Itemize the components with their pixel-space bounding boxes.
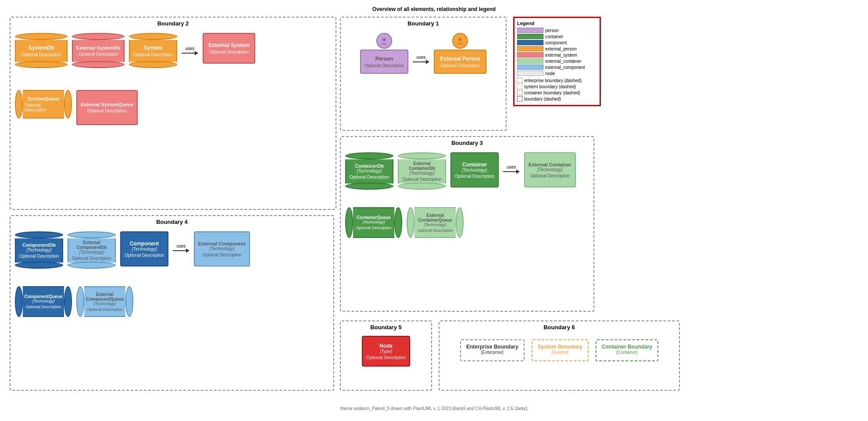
system-name: System: [144, 45, 163, 51]
legend-person-swatch: [517, 28, 543, 33]
component-tech: [Technology]: [132, 247, 157, 252]
enterprise-boundary-name: Enterprise Boundary: [466, 344, 518, 350]
legend-ext-system-row: external_system: [517, 52, 597, 58]
ext-person-element: External Person Optional Description: [434, 33, 486, 74]
container-db-desc: Optional Description: [350, 175, 389, 180]
person-name: Person: [375, 56, 393, 62]
legend-container-row: container: [517, 34, 597, 39]
uses-label-person: uses: [416, 55, 425, 60]
ext-container-db-name: External ContainerDb: [400, 161, 443, 171]
ext-system-desc: Optional Description: [209, 50, 249, 54]
ext-system-queue-name: External SystemQueue: [81, 102, 133, 107]
system-db-element: SystemDb Optional Description: [15, 33, 68, 68]
ext-component-db-element: External ComponentDb [Technology] Option…: [68, 231, 116, 269]
ext-container-queue-desc: Optional Description: [417, 228, 453, 233]
component-queue-name: ComponentQueue: [25, 294, 63, 299]
ext-container-desc: Optional Description: [530, 173, 570, 178]
legend-ext-system-label: external_system: [545, 53, 577, 58]
system-boundary-sub: [System]: [551, 350, 568, 355]
svg-point-1: [458, 38, 462, 41]
boundary-1-title: Boundary 1: [341, 18, 506, 29]
ext-component-queue-name: External ComponentQueue: [86, 292, 124, 302]
legend-boundary-swatch: [517, 96, 522, 101]
container-boundary-name: Container Boundary: [602, 344, 652, 350]
ext-system-name: External System: [208, 42, 249, 48]
legend-component-label: component: [545, 40, 567, 45]
legend-boundary-row: boundary (dashed): [517, 96, 597, 101]
legend-enterprise-row: enterprise boundary (dashed): [517, 78, 597, 83]
ext-container-name: External Container: [529, 162, 572, 167]
boundary-5-title: Boundary 5: [341, 321, 431, 332]
boundary-5: Boundary 5 Node [Type] Optional Descript…: [340, 320, 432, 391]
main-canvas: Overview of all elements, relationship a…: [0, 0, 868, 413]
container-queue-tech: [Technology]: [363, 220, 385, 224]
ext-container-queue-name: External ContainerQueue: [416, 213, 454, 223]
ext-system-db-element: External SystemDb Optional Description: [72, 33, 125, 68]
uses-arrow-container: uses: [503, 165, 520, 174]
legend-enterprise-label: enterprise boundary (dashed): [524, 78, 582, 83]
page-title: Overview of all elements, relationship a…: [0, 3, 868, 14]
legend-component-row: component: [517, 40, 597, 45]
ext-component-element: External Component [Technology] Optional…: [194, 231, 250, 266]
component-desc: Optional Description: [125, 253, 164, 258]
component-queue-desc: Optional Description: [25, 305, 61, 309]
legend-ext-person-row: external_person: [517, 46, 597, 51]
ext-person-desc: Optional Description: [440, 63, 480, 68]
legend-ext-person-label: external_person: [545, 47, 577, 51]
uses-arrow-component: uses: [173, 244, 189, 253]
ext-container-tech: [Technology]: [538, 167, 562, 172]
node-tech: [Type]: [380, 349, 392, 354]
ext-person-name: External Person: [440, 56, 480, 62]
uses-arrow-1: uses: [182, 46, 198, 55]
enterprise-boundary-sub: [Enterprise]: [481, 350, 504, 355]
legend-ext-container-row: external_container: [517, 58, 597, 64]
legend-boundary-label: boundary (dashed): [524, 97, 561, 101]
legend-container-label: container: [545, 34, 563, 39]
system-queue-name: SystemQueue: [27, 96, 59, 101]
legend-ext-system-swatch: [517, 52, 543, 58]
legend-ext-component-swatch: [517, 65, 543, 70]
legend-cont-boundary-row: container boundary (dashed): [517, 90, 597, 95]
container-tech: [Technology]: [462, 168, 487, 173]
legend-ext-person-swatch: [517, 46, 543, 51]
ext-component-queue-desc: Optional Description: [87, 307, 122, 312]
node-name: Node: [379, 343, 393, 349]
person-element: Person Optional Description: [360, 33, 408, 74]
ext-container-element: External Container [Technology] Optional…: [524, 152, 576, 187]
legend-node-row: node: [517, 71, 597, 76]
svg-point-0: [382, 38, 386, 41]
uses-arrow-person: uses: [413, 55, 429, 64]
person-desc: Optional Description: [364, 63, 404, 68]
uses-label-component: uses: [176, 244, 186, 248]
ext-system-db-name: External SystemDb: [76, 45, 120, 50]
system-boundary-item: System Boundary [System]: [532, 339, 589, 361]
container-queue-name: ContainerQueue: [357, 215, 391, 220]
container-element: Container [Technology] Optional Descript…: [450, 152, 499, 187]
footer: theme seaborn_Paired_9 drawn with PlantU…: [0, 406, 868, 411]
legend-person-row: person: [517, 28, 597, 33]
boundary-6-title: Boundary 6: [439, 321, 679, 332]
container-queue-element: ContainerQueue [Technology] Optional Des…: [345, 207, 402, 238]
ext-component-db-desc: Optional Description: [72, 256, 111, 261]
container-boundary-item: Container Boundary [Container]: [596, 339, 658, 361]
container-desc: Optional Description: [455, 174, 494, 179]
system-queue-element: SystemQueue Optional Description: [15, 90, 72, 119]
legend-person-label: person: [545, 28, 559, 33]
legend-dashed-section: enterprise boundary (dashed) system boun…: [517, 78, 597, 101]
legend-sys-boundary-label: system boundary (dashed): [524, 84, 576, 89]
ext-component-name: External Component: [198, 241, 246, 246]
component-name: Component: [130, 241, 159, 247]
legend-sys-boundary-row: system boundary (dashed): [517, 84, 597, 89]
ext-component-desc: Optional Description: [202, 252, 242, 257]
component-db-tech: [Technology]: [27, 248, 51, 252]
system-db-desc: Optional Description: [21, 52, 61, 57]
boundary-1: Boundary 1 Person Optional Description u…: [340, 17, 507, 131]
ext-system-element: External System Optional Description: [203, 33, 255, 64]
legend-node-label: node: [545, 71, 555, 76]
system-desc: Optional Description: [133, 52, 173, 57]
ext-container-db-tech: [Technology]: [410, 171, 434, 176]
boundary-2: Boundary 2 SystemDb Optional Description: [10, 17, 336, 210]
node-desc: Optional Description: [366, 355, 406, 360]
legend-ext-component-row: external_component: [517, 65, 597, 70]
ext-system-queue-element: External SystemQueue Optional Descriptio…: [76, 90, 138, 125]
